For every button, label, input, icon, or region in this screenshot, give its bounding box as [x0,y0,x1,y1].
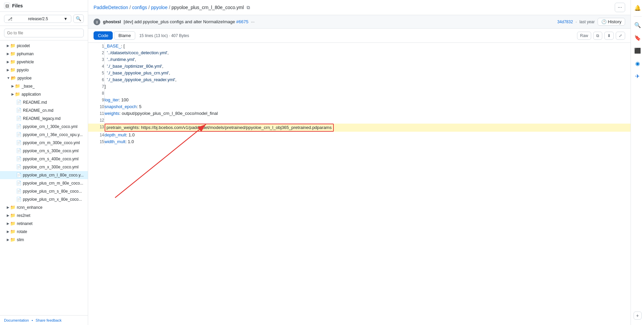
tree-item-ppyolo[interactable]: ▶ 📁 ppyolo [0,66,88,74]
tree-item-ppyoloe-plus-crn-m[interactable]: 📄 ppyoloe_plus_crn_m_80e_coco... [0,179,88,187]
folder-icon: 📁 [10,42,15,49]
tree-item-readme-md[interactable]: 📄 README.md [0,98,88,106]
table-row: 8 [88,90,631,97]
tab-blame[interactable]: Blame [114,31,135,40]
tab-code[interactable]: Code [94,31,113,40]
tree-item-retinanet[interactable]: ▶ 📁 retinanet [0,220,88,228]
line-number[interactable]: 4 [88,63,104,70]
tree-item-pphuman[interactable]: ▶ 📁 pphuman [0,50,88,58]
square-red-icon[interactable]: ⬛ [633,45,643,56]
line-number[interactable]: 6 [88,76,104,83]
breadcrumb-sep-3: / [169,5,170,10]
expand-button[interactable]: ⤢ [616,32,625,40]
tree-item-ppyoloe[interactable]: ▼ 📂 ppyoloe [0,74,88,82]
topbar: PaddleDetection / configs / ppyoloe / pp… [88,0,631,15]
tree-item-rotate[interactable]: ▶ 📁 rotate [0,228,88,236]
tree-item-res2net[interactable]: ▶ 📁 res2net [0,212,88,220]
history-button[interactable]: 🕐 History [598,18,625,26]
line-number[interactable]: 15 [88,138,104,145]
line-number[interactable]: 3 [88,56,104,63]
line-number[interactable]: 8 [88,90,104,97]
copy-path-icon[interactable]: ⧉ [247,5,250,10]
chevron-right-icon: ▶ [7,59,9,65]
more-options-button[interactable]: ··· [615,3,625,12]
line-number[interactable]: 12 [88,117,104,124]
share-feedback-link[interactable]: Share feedback [36,318,62,322]
tree-item-ppyoloe-crn-l-300e[interactable]: 📄 ppyoloe_crn_l_300e_coco.yml [0,123,88,131]
goto-file-input[interactable] [4,29,84,37]
folder-icon: 📁 [10,236,15,243]
tree-item-readme-cn[interactable]: 📄 README_cn.md [0,106,88,115]
tree-item-base[interactable]: ▶ 📁 _base_ [0,82,88,90]
line-number[interactable]: 2 [88,50,104,56]
add-icon[interactable]: + [634,312,642,320]
copy-button[interactable]: ⧉ [593,32,602,40]
download-button[interactable]: ⬇ [604,32,614,40]
tree-item-ppyoloe-crn-m-300e[interactable]: 📄 ppyoloe_crn_m_300e_coco.yml [0,139,88,147]
outlook-icon[interactable]: ◉ [633,58,643,68]
commit-age: last year [579,20,595,24]
folder-icon: 📁 [10,228,15,235]
line-content: depth_mult: 1.0 [104,132,631,138]
line-content [104,117,631,124]
sidebar-header: ⊟ Files [0,0,88,12]
table-row: 1_BASE_: [ [88,43,631,50]
tree-item-ppyoloe-crn-l-36e[interactable]: 📄 ppyoloe_crn_l_36e_coco_xpu.y... [0,131,88,139]
line-number[interactable]: 9 [88,97,104,103]
search-icon[interactable]: 🔍 [633,20,643,30]
tree-item-label: ppyoloe_crn_s_300e_coco.yml [23,148,78,154]
line-number[interactable]: 13 [88,124,104,132]
bookmark-icon[interactable]: 🔖 [633,33,643,43]
avatar: g [94,19,100,25]
line-number[interactable]: 11 [88,110,104,117]
line-number[interactable]: 1 [88,43,104,50]
line-number[interactable]: 10 [88,103,104,110]
breadcrumb-configs[interactable]: configs [132,5,147,10]
tree-item-picodet[interactable]: ▶ 📁 picodet [0,42,88,50]
tree-item-ppyoloe-crn-s-400e[interactable]: 📄 ppyoloe_crn_s_400e_coco.yml [0,155,88,163]
topbar-actions: ··· [615,3,625,12]
table-row: 12 [88,117,631,124]
line-number[interactable]: 5 [88,70,104,76]
line-content: weights: output/ppyoloe_plus_crn_l_80e_c… [104,110,631,117]
tree-item-ppyoloe-crn-s-300e[interactable]: 📄 ppyoloe_crn_s_300e_coco.yml [0,147,88,155]
tree-item-label: ppyoloe_plus_crn_s_80e_coco... [23,188,82,195]
paper-plane-icon[interactable]: ✈ [633,71,643,81]
tree-item-slim[interactable]: ▶ 📁 slim [0,236,88,244]
breadcrumb-ppyoloe[interactable]: ppyoloe [151,5,168,10]
tree-item-ppyoloe-plus-crn-s[interactable]: 📄 ppyoloe_plus_crn_s_80e_coco... [0,187,88,195]
panel-toggle-icon[interactable]: ⊟ [4,3,10,9]
breadcrumb-paddledetection[interactable]: PaddleDetection [94,5,128,10]
table-row: 11weights: output/ppyoloe_plus_crn_l_80e… [88,110,631,117]
tree-item-ppyoloe-plus-crn-x[interactable]: 📄 ppyoloe_plus_crn_x_80e_coco... [0,195,88,203]
raw-button[interactable]: Raw [577,32,591,40]
file-sidebar: ⊟ Files ⎇ release/2.5 ▼ 🔍 ▶ 📁 picodet ▶ … [0,0,88,325]
file-icon: 📄 [16,172,22,178]
line-number[interactable]: 14 [88,132,104,138]
line-number[interactable]: 7 [88,83,104,90]
commit-author: ghostxsl [103,19,121,24]
code-header: Code Blame 15 lines (13 loc) · 407 Bytes… [88,29,631,43]
line-content: _BASE_: [ [104,43,631,50]
folder-icon: 📁 [15,91,20,98]
tree-item-ppvehicle[interactable]: ▶ 📁 ppvehicle [0,58,88,66]
tree-item-label: picodet [17,42,30,49]
tree-item-ppyoloe-crn-x-300e[interactable]: 📄 ppyoloe_crn_x_300e_coco.yml [0,163,88,171]
line-content [104,90,631,97]
commit-message: [dev] add ppyoloe_plus configs and alter… [123,19,254,24]
commit-info: g ghostxsl [dev] add ppyoloe_plus config… [94,19,255,25]
branch-dropdown[interactable]: ⎇ release/2.5 ▼ [4,15,71,23]
documentation-link[interactable]: Documentation [4,318,29,322]
commit-dots-icon[interactable]: ··· [251,19,255,24]
folder-icon: 📁 [10,204,15,211]
search-button[interactable]: 🔍 [73,14,84,23]
commit-hash-link[interactable]: 34d7832 [557,20,573,24]
chevron-right-icon: ▶ [11,83,14,90]
tree-item-application[interactable]: ▶ 📁 application [0,90,88,98]
tree-item-readme-legacy[interactable]: 📄 README_legacy.md [0,115,88,123]
tree-item-ppyoloe-plus-crn-l-80e[interactable]: 📄 ppyoloe_plus_crn_l_80e_coco.y... [0,171,88,179]
notification-icon[interactable]: 🔔 [633,3,643,13]
tree-item-rcnn-enhance[interactable]: ▶ 📁 rcnn_enhance [0,203,88,212]
commit-issue-link[interactable]: #6675 [236,19,248,24]
file-icon: 📄 [16,139,22,146]
